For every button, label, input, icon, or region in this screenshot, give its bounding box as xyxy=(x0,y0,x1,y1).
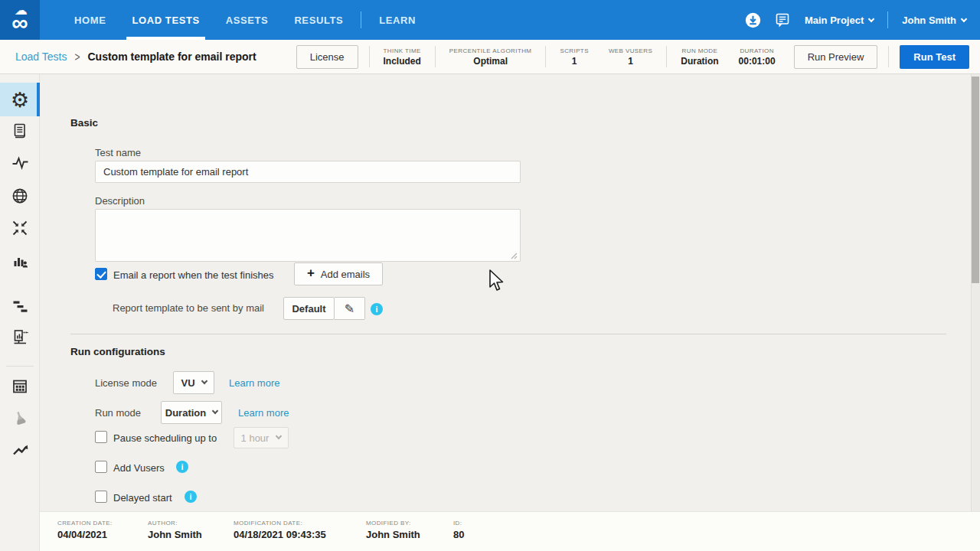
description-label: Description xyxy=(95,195,145,207)
license-mode-label: License mode xyxy=(95,377,157,389)
run-mode-select[interactable]: Duration xyxy=(161,401,222,424)
add-vusers-checkbox[interactable] xyxy=(95,461,107,473)
load-profile-icon xyxy=(11,253,28,269)
email-report-label: Email a report when the test finishes xyxy=(113,269,274,281)
stat-run-mode: RUN MODEDuration xyxy=(681,47,718,67)
nav-divider xyxy=(361,11,361,28)
rendezvous-icon xyxy=(11,220,28,236)
delayed-start-checkbox[interactable] xyxy=(95,491,107,503)
sidebar-item-settings[interactable]: ⚙ xyxy=(0,83,40,116)
main-nav: HOMELOAD TESTSASSETSRESULTSLEARN xyxy=(61,0,429,40)
add-vusers-label: Add Vusers xyxy=(113,462,165,474)
user-menu[interactable]: John Smith xyxy=(902,15,966,26)
test-settings-panel: Basic Test name Description Email a repo… xyxy=(40,74,971,511)
footer-field-label: CREATION DATE: xyxy=(57,520,113,527)
toolbar-divider xyxy=(435,46,436,67)
stat-value: 1 xyxy=(560,56,588,67)
footer-field-id: ID:80 xyxy=(453,520,464,540)
footer-field-label: MODIFICATION DATE: xyxy=(234,520,326,527)
plus-icon: + xyxy=(307,266,315,281)
sidebar-item-load-profile[interactable] xyxy=(0,244,40,278)
script-icon xyxy=(11,122,28,139)
sidebar-item-trends[interactable] xyxy=(0,432,40,466)
nav-item-assets[interactable]: ASSETS xyxy=(213,0,282,40)
stat-group: THINK TIMEIncluded xyxy=(381,47,424,67)
report-template-select[interactable]: Default xyxy=(283,297,335,320)
nav-item-home[interactable]: HOME xyxy=(61,0,119,40)
breadcrumb-load-tests[interactable]: Load Tests xyxy=(15,51,67,63)
delayed-start-label: Delayed start xyxy=(113,492,172,504)
footer-field-value: 04/04/2021 xyxy=(57,529,113,540)
sidebar-item-monitors[interactable] xyxy=(0,146,40,180)
sidebar-item-calendar[interactable] xyxy=(0,370,40,403)
breadcrumb-separator-icon: > xyxy=(74,49,80,64)
calendar-grid-icon xyxy=(11,378,28,395)
run-mode-value: Duration xyxy=(165,407,206,419)
stat-think-time: THINK TIMEIncluded xyxy=(384,47,421,67)
project-selector[interactable]: Main Project xyxy=(805,15,874,26)
run-preview-button[interactable]: Run Preview xyxy=(794,45,878,69)
report-template-info-icon[interactable] xyxy=(371,303,383,315)
stat-label: WEB VUSERS xyxy=(609,47,652,54)
chevron-down-icon xyxy=(961,15,967,21)
stat-label: PERCENTILE ALGORITHM xyxy=(449,47,532,54)
stat-group: SCRIPTS1WEB VUSERS1 xyxy=(557,47,655,67)
sidebar-divider xyxy=(6,366,34,367)
footer-field-value: 80 xyxy=(453,529,464,540)
globe-locations-icon xyxy=(11,187,28,204)
email-report-checkbox[interactable] xyxy=(95,268,107,280)
license-learn-more-link[interactable]: Learn more xyxy=(229,377,279,389)
run-test-button[interactable]: Run Test xyxy=(900,45,969,69)
run-mode-learn-more-link[interactable]: Learn more xyxy=(238,407,289,419)
sidebar-item-scripts[interactable] xyxy=(0,114,40,148)
pause-duration-value: 1 hour xyxy=(241,432,270,444)
pulse-monitor-icon xyxy=(11,155,29,171)
license-button[interactable]: License xyxy=(296,45,358,69)
test-name-label: Test name xyxy=(95,147,141,158)
ramp-schedule-icon xyxy=(11,298,28,315)
sidebar-item-locations[interactable] xyxy=(0,179,40,213)
settings-gear-icon: ⚙ xyxy=(11,90,29,110)
nav-item-results[interactable]: RESULTS xyxy=(281,0,356,40)
add-vusers-info-icon[interactable] xyxy=(176,461,188,473)
footer-field-label: MODIFIED BY: xyxy=(366,520,420,527)
pause-scheduling-checkbox[interactable] xyxy=(95,431,107,443)
vertical-scrollbar-thumb[interactable] xyxy=(972,77,979,283)
test-meta-footer: CREATION DATE:04/04/2021AUTHOR:John Smit… xyxy=(40,511,980,551)
feedback-icon[interactable] xyxy=(775,12,791,28)
sidebar-item-rendezvous[interactable] xyxy=(0,211,40,245)
stat-duration: DURATION00:01:00 xyxy=(739,47,776,67)
chevron-down-icon xyxy=(201,378,207,384)
footer-field-label: ID: xyxy=(453,520,464,527)
description-textarea[interactable] xyxy=(95,209,521,262)
breadcrumb: Load Tests > Custom template for email r… xyxy=(0,51,256,63)
edit-template-button[interactable]: ✎ xyxy=(335,297,365,320)
download-icon[interactable] xyxy=(745,12,761,28)
report-template-value: Default xyxy=(292,303,325,315)
add-emails-button[interactable]: + Add emails xyxy=(294,262,383,285)
delayed-start-info-icon[interactable] xyxy=(185,491,197,503)
report-template-label: Report template to be sent by mail xyxy=(113,302,264,314)
toolbar-divider xyxy=(545,46,546,67)
sidebar-item-ramp-schedule[interactable] xyxy=(0,289,40,323)
license-mode-select[interactable]: VU xyxy=(173,371,214,394)
nav-item-learn[interactable]: LEARN xyxy=(366,0,429,40)
test-summary-stats: THINK TIMEIncludedPERCENTILE ALGORITHMOp… xyxy=(381,46,779,67)
test-name-input[interactable] xyxy=(95,161,521,183)
sidebar-item-agents[interactable] xyxy=(0,320,40,354)
stat-percentile-algorithm: PERCENTILE ALGORITHMOptimal xyxy=(449,47,532,67)
sidebar-item-lab[interactable] xyxy=(0,401,40,435)
textarea-resize-grip[interactable] xyxy=(510,252,518,259)
toolbar-divider xyxy=(666,46,667,67)
stat-label: SCRIPTS xyxy=(560,47,588,54)
pause-duration-select[interactable]: 1 hour xyxy=(234,427,289,448)
lab-flask-icon xyxy=(11,409,29,427)
test-toolbar: Load Tests > Custom template for email r… xyxy=(0,40,980,74)
stat-value: Optimal xyxy=(449,56,532,67)
agents-device-icon xyxy=(11,328,29,346)
chevron-down-icon xyxy=(868,15,874,21)
app-logo[interactable]: ☁ ∞ xyxy=(0,0,40,40)
chevron-down-icon xyxy=(212,408,218,414)
stat-value: Duration xyxy=(681,56,718,67)
nav-item-load-tests[interactable]: LOAD TESTS xyxy=(119,0,212,40)
